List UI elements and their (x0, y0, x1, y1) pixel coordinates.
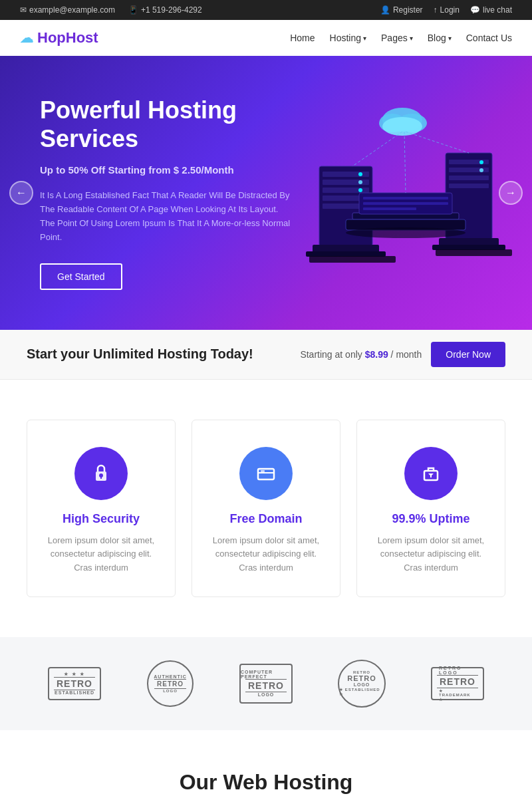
cloud-icon: ☁ (20, 30, 33, 46)
svg-line-33 (404, 132, 406, 193)
brand-2: Authentic RETRO LOGO (140, 664, 200, 704)
feature-card-domain: Free Domain Lorem ipsum dolor sit amet, … (192, 420, 340, 597)
brands-section: ★ ★ ★ RETRO ESTABLISHED Authentic RETRO … (0, 637, 532, 730)
login-icon: ↑ (434, 5, 438, 15)
hero-next-button[interactable]: → (499, 181, 523, 205)
hero-title: Powerful Hosting Services (40, 96, 293, 153)
feature-card-uptime: 99.9% Uptime Lorem ipsum dolor sit amet,… (356, 420, 505, 597)
hero-illustration (299, 100, 512, 286)
topbar-left: ✉ example@example.com 📱 +1 519-296-4292 (20, 5, 202, 15)
logo-text: HopHost (37, 29, 98, 47)
banner-title: Start your Unlimited Hosting Today! (27, 346, 253, 362)
brand-3: COMPUTER PERFECT RETRO LOGO (236, 664, 296, 704)
nav-pages[interactable]: Pages (381, 33, 413, 43)
svg-line-32 (406, 132, 469, 153)
brand-1: ★ ★ ★ RETRO ESTABLISHED (45, 664, 104, 704)
banner-prefix: Starting at only $8.99 / month (300, 349, 422, 360)
svg-rect-28 (363, 207, 416, 210)
svg-point-3 (382, 117, 422, 136)
feature-title-security: High Security (43, 512, 159, 526)
svg-rect-34 (309, 256, 396, 263)
topbar: ✉ example@example.com 📱 +1 519-296-4292 … (0, 0, 532, 20)
svg-point-10 (358, 172, 362, 176)
hero-subtitle: Up to 50% Off Starting from $ 2.50/Month (40, 162, 293, 178)
navbar: ☁ HopHost Home Hosting Pages Blog Contac… (0, 20, 532, 56)
order-now-button[interactable]: Order Now (431, 342, 505, 367)
banner-price: $8.99 (365, 349, 388, 360)
uptime-icon-circle (404, 447, 458, 500)
nav-hosting[interactable]: Hosting (330, 33, 366, 43)
feature-desc-security: Lorem ipsum dolor sit amet, consectetur … (43, 534, 159, 575)
svg-rect-39 (258, 469, 274, 479)
register-link[interactable]: 👤 Register (380, 5, 423, 15)
svg-rect-18 (449, 176, 489, 180)
svg-rect-41 (261, 470, 265, 472)
phone-icon: 📱 (128, 5, 138, 15)
hero-description: It Is A Long Established Fact That A Rea… (40, 189, 293, 244)
banner-right: Starting at only $8.99 / month Order Now (300, 342, 505, 367)
chat-icon: 💬 (470, 5, 480, 15)
features-grid: High Security Lorem ipsum dolor sit amet… (27, 420, 505, 597)
features-section: High Security Lorem ipsum dolor sit amet… (0, 380, 532, 637)
user-icon: 👤 (380, 5, 390, 15)
topbar-right: 👤 Register ↑ Login 💬 live chat (380, 5, 512, 15)
topbar-phone[interactable]: 📱 +1 519-296-4292 (128, 5, 202, 15)
get-started-button[interactable]: Get Started (40, 263, 122, 290)
livechat-link[interactable]: 💬 live chat (470, 5, 512, 15)
web-hosting-section: Our Web Hosting Web Hosting Made EASY An… (0, 730, 532, 798)
nav-contact[interactable]: Contact Us (466, 33, 512, 43)
nav-home[interactable]: Home (290, 33, 315, 43)
hero-section: ← Powerful Hosting Services Up to 50% Of… (0, 56, 532, 330)
feature-desc-domain: Lorem ipsum dolor sit amet, consectetur … (208, 534, 324, 575)
nav-links: Home Hosting Pages Blog Contact Us (290, 33, 512, 43)
login-link[interactable]: ↑ Login (434, 5, 460, 15)
svg-point-30 (346, 227, 466, 238)
svg-rect-26 (363, 197, 448, 200)
svg-rect-27 (363, 202, 448, 205)
feature-title-uptime: 99.9% Uptime (373, 512, 489, 526)
email-icon: ✉ (20, 5, 27, 15)
feature-card-security: High Security Lorem ipsum dolor sit amet… (27, 420, 176, 597)
svg-rect-19 (449, 184, 489, 188)
hero-prev-button[interactable]: ← (9, 181, 33, 205)
topbar-email[interactable]: ✉ example@example.com (20, 5, 115, 15)
brand-5: RETRO LOGO RETRO ★ TRADEMARK ★ (428, 664, 487, 704)
svg-point-11 (358, 180, 362, 184)
brand-4: RETRO RETRO LOGO ★ ESTABLISHED ★ (332, 664, 392, 704)
logo[interactable]: ☁ HopHost (20, 29, 98, 47)
hosting-banner: Start your Unlimited Hosting Today! Star… (0, 330, 532, 380)
svg-rect-23 (432, 245, 505, 250)
svg-point-21 (479, 168, 483, 172)
hero-text: Powerful Hosting Services Up to 50% Off … (40, 96, 293, 290)
svg-line-31 (352, 132, 402, 166)
svg-rect-35 (436, 249, 512, 256)
domain-icon-circle (239, 447, 293, 500)
svg-point-20 (479, 160, 483, 164)
svg-point-12 (358, 188, 362, 192)
web-hosting-title: Our Web Hosting (27, 770, 505, 795)
feature-desc-uptime: Lorem ipsum dolor sit amet, consectetur … (373, 534, 489, 575)
security-icon-circle (74, 447, 128, 500)
nav-blog[interactable]: Blog (428, 33, 452, 43)
svg-rect-14 (306, 251, 386, 257)
feature-title-domain: Free Domain (208, 512, 324, 526)
